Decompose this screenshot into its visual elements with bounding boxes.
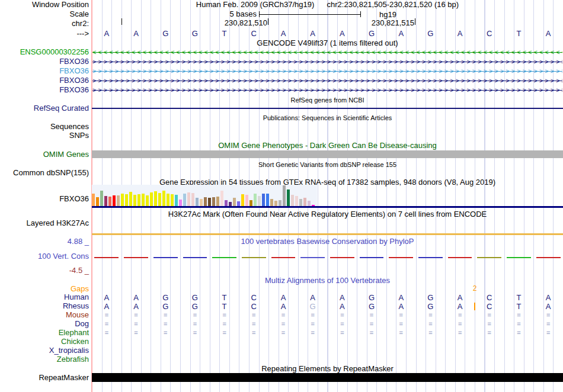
- multiz-xtropicalis-label[interactable]: X_tropicalis: [49, 346, 89, 355]
- gtex-tissue-bar[interactable]: [133, 195, 136, 206]
- conservation-wiggle[interactable]: [92, 256, 563, 259]
- gtex-tissue-bar[interactable]: [208, 198, 211, 206]
- gtex-gene-label[interactable]: FBXO36: [59, 195, 89, 203]
- multiz-elephant-label[interactable]: Elephant: [59, 329, 89, 337]
- gene-label-fbxo36-4[interactable]: FBXO36: [59, 86, 89, 94]
- snps-track-label[interactable]: SNPs: [69, 131, 89, 140]
- gtex-tissue-bar[interactable]: [279, 200, 282, 206]
- omim-genes-label[interactable]: OMIM Genes: [43, 150, 89, 159]
- gtex-tissue-bar[interactable]: [229, 202, 232, 206]
- gene-row-fbxo36-4[interactable]: >>>>>>>>>>>>>>>>>>>>>>>>>>>>>>>>>>>>>>>>…: [92, 86, 562, 94]
- gtex-tissue-bar[interactable]: [254, 194, 257, 206]
- unaligned-marker: =: [416, 320, 446, 329]
- gtex-tissue-bar[interactable]: [96, 197, 99, 206]
- gtex-tissue-bar[interactable]: [266, 194, 269, 206]
- unaligned-marker: =: [298, 311, 328, 320]
- gtex-tissue-bar[interactable]: [162, 191, 165, 206]
- gtex-tissue-bar[interactable]: [196, 198, 199, 206]
- multiz-rhesus-row[interactable]: AAGGTCAGAGAGACTA: [92, 302, 563, 311]
- multiz-dog-row[interactable]: ================: [92, 320, 563, 329]
- gtex-tissue-bar[interactable]: [158, 193, 161, 206]
- conservation-label[interactable]: 100 Vert. Cons: [38, 252, 89, 261]
- gtex-tissue-bar[interactable]: [200, 199, 203, 206]
- gene-row-fbxo36-3[interactable]: >>>>>>>>>>>>>>>>>>>>>>>>>>>>>>>>>>>>>>>>…: [92, 76, 562, 85]
- gtex-tissue-bar[interactable]: [295, 196, 298, 206]
- multiz-zebrafish-label[interactable]: Zebrafish: [57, 355, 89, 364]
- gtex-tissue-bar[interactable]: [121, 194, 124, 206]
- gtex-tissue-bar[interactable]: [191, 193, 194, 206]
- gene-label-fbxo36-2[interactable]: FBXO36: [59, 67, 89, 75]
- gtex-tissue-bar[interactable]: [142, 194, 145, 206]
- alignment-base: A: [445, 293, 475, 302]
- gtex-tissue-bar[interactable]: [125, 194, 128, 206]
- gtex-tissue-bar[interactable]: [233, 198, 236, 206]
- refseq-gene-bar[interactable]: [92, 108, 563, 109]
- gtex-tissue-bar[interactable]: [220, 191, 223, 206]
- gtex-tissue-bar[interactable]: [175, 195, 178, 206]
- gtex-tissue-bar[interactable]: [212, 197, 215, 206]
- gtex-tissue-bar[interactable]: [204, 197, 207, 206]
- gtex-tissue-bar[interactable]: [241, 194, 244, 206]
- gtex-tissue-bar[interactable]: [183, 194, 186, 206]
- gtex-tissue-bar[interactable]: [100, 191, 103, 206]
- gene-label-fbxo36-3[interactable]: FBXO36: [59, 76, 89, 85]
- gtex-tissue-bar[interactable]: [283, 185, 286, 206]
- gene-label-fbxo36-1[interactable]: FBXO36: [59, 57, 89, 66]
- position-header: Human Feb. 2009 (GRCh37/hg19) chr2:230,8…: [92, 1, 563, 9]
- gtex-tissue-bar[interactable]: [291, 195, 294, 206]
- gtex-tissue-bar[interactable]: [187, 192, 190, 206]
- h3k27ac-label[interactable]: Layered H3K27Ac: [26, 219, 89, 227]
- multiz-gaps-label[interactable]: Gaps: [71, 285, 89, 293]
- multiz-mouse-row[interactable]: ================: [92, 311, 563, 320]
- dbsnp-track-title: Short Genetic Variants from dbSNP releas…: [92, 160, 563, 169]
- alignment-base: T: [504, 293, 534, 302]
- multiz-elephant-row[interactable]: ================: [92, 329, 563, 338]
- gtex-tissue-bar[interactable]: [150, 192, 153, 206]
- multiz-human-label[interactable]: Human: [64, 293, 89, 301]
- common-dbsnp-label[interactable]: Common dbSNP(155): [13, 169, 89, 177]
- gtex-tissue-bar[interactable]: [308, 201, 311, 206]
- omim-gene-bar[interactable]: [92, 150, 563, 158]
- gtex-tissue-bar[interactable]: [129, 192, 132, 206]
- gene-label-ensg[interactable]: ENSG00000302256: [20, 48, 89, 56]
- gtex-tissue-bar[interactable]: [299, 199, 302, 206]
- gtex-tissue-bar[interactable]: [154, 191, 157, 206]
- gtex-tissue-bar[interactable]: [137, 194, 140, 206]
- gtex-tissue-bar[interactable]: [117, 195, 120, 206]
- gene-row-fbxo36-2[interactable]: >>>>>>>>>>>>>>>>>>>>>>>>>>>>>>>>>>>>>>>>…: [92, 67, 562, 75]
- gtex-tissue-bar[interactable]: [104, 196, 107, 206]
- gtex-tissue-bar[interactable]: [179, 200, 182, 206]
- gtex-tissue-bar[interactable]: [92, 194, 95, 206]
- repeatmasker-element-bar[interactable]: [92, 373, 563, 382]
- gtex-tissue-bar[interactable]: [287, 189, 290, 206]
- gtex-tissue-bar[interactable]: [167, 194, 169, 206]
- gtex-tissue-bar[interactable]: [171, 194, 174, 206]
- gtex-tissue-bar[interactable]: [216, 197, 219, 206]
- conservation-cell: [445, 256, 475, 259]
- gtex-tissue-bar[interactable]: [270, 199, 273, 206]
- gene-row-ensg[interactable]: <<<<<<<<<<<<<<<<<<<<<<<<<<<<<<<<<<<<<<<<…: [92, 48, 562, 56]
- gtex-tissue-bar[interactable]: [258, 196, 261, 206]
- gtex-expression-barchart[interactable]: [92, 185, 317, 206]
- gtex-tissue-bar[interactable]: [146, 195, 149, 206]
- repeatmasker-label[interactable]: RepeatMasker: [39, 374, 89, 382]
- gene-row-fbxo36-1[interactable]: >>>>>>>>>>>>>>>>>>>>>>>>>>>>>>>>>>>>>>>>…: [92, 57, 562, 66]
- multiz-chicken-label[interactable]: Chicken: [61, 338, 89, 346]
- gtex-tissue-bar[interactable]: [249, 200, 252, 206]
- alignment-base: G: [416, 302, 446, 311]
- gtex-tissue-bar[interactable]: [262, 194, 265, 206]
- sequences-track-label[interactable]: Sequences: [50, 123, 89, 131]
- h3k27ac-signal-line[interactable]: [92, 233, 563, 235]
- multiz-human-row[interactable]: AAGGTCAAAGAGACTA: [92, 293, 563, 302]
- gtex-tissue-bar[interactable]: [225, 200, 228, 206]
- multiz-rhesus-label[interactable]: Rhesus: [63, 302, 89, 310]
- gtex-tissue-bar[interactable]: [245, 195, 248, 206]
- gtex-tissue-bar[interactable]: [108, 197, 111, 206]
- multiz-dog-label[interactable]: Dog: [75, 320, 89, 328]
- gtex-tissue-bar[interactable]: [237, 201, 240, 206]
- gtex-tissue-bar[interactable]: [113, 195, 116, 206]
- gtex-tissue-bar[interactable]: [303, 198, 306, 206]
- refseq-curated-label[interactable]: RefSeq Curated: [34, 104, 89, 113]
- gtex-tissue-bar[interactable]: [274, 201, 277, 206]
- multiz-mouse-label[interactable]: Mouse: [66, 311, 89, 319]
